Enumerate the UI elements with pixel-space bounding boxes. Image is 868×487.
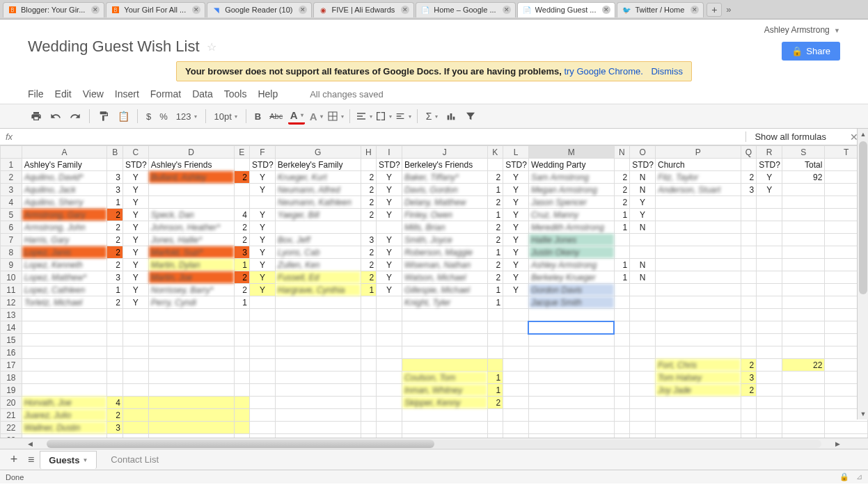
cell[interactable] bbox=[782, 184, 825, 196]
cell[interactable]: Berkeley's Friends bbox=[402, 159, 487, 171]
cell[interactable] bbox=[377, 384, 402, 397]
cell[interactable]: Jones, Hallie* bbox=[148, 234, 234, 246]
vertical-scrollbar[interactable]: ▲ ▼ bbox=[857, 129, 868, 420]
cell[interactable] bbox=[656, 309, 741, 321]
cell[interactable] bbox=[741, 296, 757, 309]
cell[interactable] bbox=[741, 234, 757, 246]
cell[interactable] bbox=[148, 434, 234, 438]
user-account[interactable]: Ashley Armstrong ▼ bbox=[28, 22, 840, 38]
cell[interactable] bbox=[377, 359, 402, 372]
cell[interactable]: Y bbox=[123, 209, 148, 221]
cell[interactable] bbox=[250, 321, 276, 334]
select-all-corner[interactable] bbox=[1, 146, 22, 159]
cell[interactable]: 1 bbox=[614, 259, 630, 271]
cell[interactable] bbox=[107, 372, 123, 384]
cell[interactable]: Y bbox=[377, 234, 402, 246]
cell[interactable] bbox=[250, 422, 276, 434]
cell[interactable] bbox=[107, 334, 123, 346]
chrome-link[interactable]: try Google Chrome. bbox=[564, 66, 642, 77]
cell[interactable]: Y bbox=[123, 171, 148, 184]
column-header[interactable]: R bbox=[757, 146, 782, 159]
cell[interactable] bbox=[503, 296, 529, 309]
cell[interactable]: 2 bbox=[741, 359, 757, 372]
cell[interactable] bbox=[656, 409, 741, 422]
cell[interactable] bbox=[123, 372, 148, 384]
cell[interactable] bbox=[757, 334, 782, 346]
cell[interactable] bbox=[782, 196, 825, 209]
cell[interactable]: Y bbox=[123, 196, 148, 209]
cell[interactable]: Y bbox=[503, 171, 529, 184]
cell[interactable]: STD? bbox=[757, 159, 782, 171]
scroll-thumb[interactable] bbox=[859, 141, 867, 294]
cell[interactable]: 2 bbox=[487, 234, 503, 246]
cell[interactable] bbox=[234, 159, 250, 171]
cell[interactable]: N bbox=[630, 171, 656, 184]
row-header[interactable]: 23 bbox=[1, 434, 22, 438]
cell[interactable]: Y bbox=[123, 296, 148, 309]
cell[interactable] bbox=[782, 346, 825, 359]
cell[interactable] bbox=[148, 409, 234, 422]
cell[interactable] bbox=[148, 372, 234, 384]
cell[interactable]: 2 bbox=[361, 171, 377, 184]
cell[interactable]: Hargrave, Cynthia bbox=[275, 284, 361, 296]
cell[interactable] bbox=[275, 434, 361, 438]
cell[interactable] bbox=[22, 334, 107, 346]
cell[interactable]: Y bbox=[757, 171, 782, 184]
cell[interactable]: N bbox=[630, 184, 656, 196]
cell[interactable]: Sam Armstrong bbox=[528, 171, 614, 184]
cell[interactable]: Y bbox=[503, 234, 529, 246]
cell[interactable] bbox=[656, 271, 741, 284]
cell[interactable] bbox=[107, 346, 123, 359]
cell[interactable]: 2 bbox=[487, 171, 503, 184]
cell[interactable] bbox=[361, 422, 377, 434]
cell[interactable]: STD? bbox=[123, 159, 148, 171]
column-header[interactable]: F bbox=[250, 146, 276, 159]
cell[interactable] bbox=[361, 359, 377, 372]
column-header[interactable]: Q bbox=[741, 146, 757, 159]
cell[interactable] bbox=[107, 321, 123, 334]
cell[interactable]: Lyons, Cab bbox=[275, 246, 361, 259]
cell[interactable] bbox=[656, 434, 741, 438]
cell[interactable] bbox=[757, 359, 782, 372]
cell[interactable]: Y bbox=[757, 184, 782, 196]
cell[interactable]: Inman, Whitney bbox=[402, 384, 487, 397]
cell[interactable]: Fort, Chris bbox=[656, 359, 741, 372]
cell[interactable]: Lopez, Matthew* bbox=[22, 271, 107, 284]
cell[interactable]: Wallner, Dustin bbox=[22, 422, 107, 434]
cell[interactable] bbox=[503, 422, 529, 434]
cell[interactable] bbox=[503, 359, 529, 372]
cell[interactable] bbox=[148, 384, 234, 397]
cell[interactable] bbox=[123, 321, 148, 334]
cell[interactable]: Y bbox=[503, 184, 529, 196]
cell[interactable] bbox=[503, 346, 529, 359]
cell[interactable] bbox=[757, 372, 782, 384]
cell[interactable] bbox=[782, 246, 825, 259]
cell[interactable] bbox=[741, 259, 757, 271]
cell[interactable] bbox=[123, 409, 148, 422]
column-header[interactable]: O bbox=[630, 146, 656, 159]
cell[interactable] bbox=[528, 434, 614, 438]
column-header[interactable]: M bbox=[528, 146, 614, 159]
cell[interactable] bbox=[656, 422, 741, 434]
row-header[interactable]: 1 bbox=[1, 159, 22, 171]
cell[interactable]: 2 bbox=[614, 171, 630, 184]
cell[interactable] bbox=[614, 284, 630, 296]
cell[interactable]: Tom Halsey bbox=[656, 372, 741, 384]
cell[interactable] bbox=[757, 221, 782, 234]
cell[interactable]: Y bbox=[250, 184, 276, 196]
cell[interactable]: Total bbox=[782, 159, 825, 171]
row-header[interactable]: 5 bbox=[1, 209, 22, 221]
cell[interactable] bbox=[630, 309, 656, 321]
cell[interactable] bbox=[825, 434, 868, 438]
close-icon[interactable]: ✕ bbox=[299, 6, 307, 14]
cell[interactable] bbox=[377, 409, 402, 422]
cell[interactable]: Y bbox=[250, 171, 276, 184]
font-size-selector[interactable]: 10pt bbox=[212, 111, 240, 122]
menu-help[interactable]: Help bbox=[258, 88, 278, 99]
cell[interactable]: 92 bbox=[782, 171, 825, 184]
cell[interactable] bbox=[528, 359, 614, 372]
cell[interactable]: Watson, Michael bbox=[402, 271, 487, 284]
row-header[interactable]: 20 bbox=[1, 397, 22, 409]
cell[interactable] bbox=[614, 296, 630, 309]
cell[interactable] bbox=[123, 384, 148, 397]
